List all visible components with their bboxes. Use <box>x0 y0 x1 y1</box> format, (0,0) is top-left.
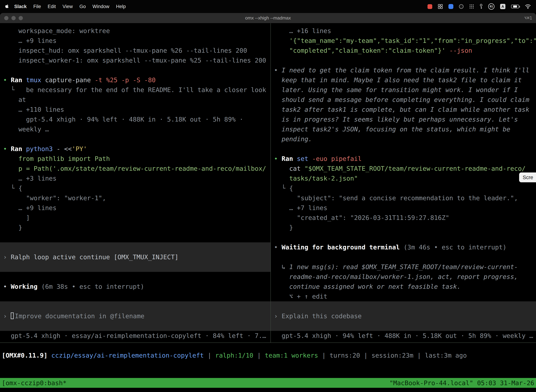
blank-line <box>274 144 533 154</box>
terminal-text: └ { <box>3 185 22 192</box>
terminal-text: } <box>3 224 22 231</box>
terminal-line: "worker": "worker-1", <box>3 193 267 203</box>
terminal-line: "subject": "send a concise recommendatio… <box>274 193 533 203</box>
terminal-line: • I need to get the claim token from the… <box>274 65 533 75</box>
injected-message-row[interactable]: › Ralph loop active continue [OMX_TMUX_I… <box>0 242 270 272</box>
battery-percentage-value: 61 <box>490 5 493 8</box>
grid-app-icon[interactable] <box>438 4 443 9</box>
screenshot-popup[interactable]: Scre <box>519 173 536 182</box>
terminal-text: gpt-5.4 xhigh · 94% left · 488K in · 5.1… <box>274 332 533 339</box>
prompt-input-left[interactable]: › Improve documentation in @filename <box>0 301 270 331</box>
blank-line <box>3 134 267 144</box>
terminal-line: "created_at": "2026-03-31T11:59:27.816Z" <box>274 213 533 223</box>
terminal-text: team:1 workers <box>265 352 318 359</box>
terminal-text: } <box>274 224 293 231</box>
terminal-text: at <box>3 96 26 103</box>
terminal-text: readme-and-reco/mailbox/worker-1.json, a… <box>274 273 518 280</box>
window-titlebar[interactable]: omx --xhigh --madmax ⌥⌘1 <box>0 13 536 23</box>
terminal-text: gpt-5.4 xhigh · essay/ai-reimplementatio… <box>3 332 266 339</box>
terminal-text: should send a message before completing … <box>274 96 529 103</box>
window-title: omx --xhigh --madmax <box>0 15 536 21</box>
menu-item-file[interactable]: File <box>30 4 44 9</box>
terminal-line: task2 after task1 is complete, but can I… <box>274 105 533 115</box>
terminal-line: • Ran python3 - <<'PY' <box>3 144 267 154</box>
apple-menu-icon[interactable] <box>5 4 9 9</box>
menu-status-icons: 61 A <box>427 3 532 10</box>
tmux-status-bar: [omx-cczip0:bash* "MacBook-Pro-44.local"… <box>0 378 536 388</box>
terminal-text: Explain this codebase <box>282 313 362 320</box>
terminal-line: • Working (6m 38s • esc to interrupt) <box>3 282 267 292</box>
terminal-line: inspect_worker-1: omx sparkshell --tmux-… <box>3 56 267 65</box>
terminal-text: Working <box>11 283 38 290</box>
menu-item-window[interactable]: Window <box>89 4 113 9</box>
terminal-text: "subject": "send a concise recommendatio… <box>274 194 518 202</box>
terminal-text: … +3 lines <box>3 175 57 182</box>
menu-app-name[interactable]: Slack <box>11 4 30 9</box>
menu-item-view[interactable]: View <box>59 4 76 9</box>
dots-grid-icon[interactable] <box>469 4 474 9</box>
terminal-line: continue assigned work or next feasible … <box>274 282 533 292</box>
screenshot-popup-label: Scre <box>523 175 533 180</box>
input-source-icon[interactable]: A <box>500 4 505 9</box>
blank-line <box>3 233 267 242</box>
terminal-line: cat "$OMX_TEAM_STATE_ROOT/team/review-cu… <box>274 164 533 173</box>
prompt-input-right[interactable]: › Explain this codebase <box>271 301 536 331</box>
terminal-line: should send a message before completing … <box>274 95 533 105</box>
terminal-line: inspect task2's JSON, focusing on the st… <box>274 124 533 134</box>
terminal-text: [OMX#0.11.9] <box>2 352 48 359</box>
battery-icon[interactable] <box>511 5 519 9</box>
terminal-text: › <box>274 313 282 320</box>
tmux-host-clock: "MacBook-Pro-44.local" 05:03 31-Mar-26 <box>389 379 534 387</box>
terminal-pane-bottom[interactable]: [OMX#0.11.9] cczip/essay/ai-reimplementa… <box>0 343 536 378</box>
terminal-pane-left[interactable]: workspace_mode: worktree … +9 lines insp… <box>0 23 270 342</box>
terminal-text: • <box>274 244 282 251</box>
terminal-line: inspect_hud: omx sparkshell --tmux-pane … <box>3 46 267 56</box>
terminal-line: … +16 lines <box>274 26 533 36</box>
terminal-line: weekly … <box>3 124 267 134</box>
terminal-text: p = Path('.omx/state/team/review-current… <box>3 165 266 172</box>
menu-item-go[interactable]: Go <box>76 4 89 9</box>
terminal-line: is in progress? It seems likely but perh… <box>274 115 533 124</box>
traffic-lights <box>0 16 23 20</box>
terminal-line: workspace_mode: worktree <box>3 26 267 36</box>
menu-item-help[interactable]: Help <box>113 4 129 9</box>
battery-percentage-icon[interactable]: 61 <box>488 3 494 10</box>
terminal-text <box>274 175 289 182</box>
terminal-text: ↳ 1 new msg(s): read $OMX_TEAM_STATE_ROO… <box>274 263 518 271</box>
key-icon[interactable] <box>480 4 483 9</box>
blue-app-icon[interactable] <box>448 4 453 9</box>
wifi-icon[interactable] <box>525 4 531 9</box>
terminal-text: › <box>3 313 11 320</box>
terminal-text: Ralph loop active continue [OMX_TMUX_INJ… <box>11 253 178 261</box>
terminal-text: - << <box>57 145 72 152</box>
terminal-pane-right[interactable]: … +16 lines '{"team_name":"my-team","tas… <box>271 23 536 342</box>
tmux-session-window[interactable]: [omx-cczip0:bash* <box>2 379 67 387</box>
terminal-text: Ran <box>11 76 26 84</box>
terminal-line: at <box>3 95 267 105</box>
close-button[interactable] <box>4 16 9 20</box>
terminal-text: "$OMX_TEAM_STATE_ROOT/team/review-curren… <box>304 165 526 172</box>
terminal-text: | <box>360 352 371 359</box>
terminal-text: capture-pane <box>45 76 95 84</box>
terminal-text: • <box>3 76 11 84</box>
minimize-button[interactable] <box>11 16 16 20</box>
terminal-text: "worker": "worker-1", <box>3 194 106 202</box>
terminal-text: -t %25 -p -S -80 <box>95 76 156 84</box>
terminal-text: workspace_mode: worktree <box>3 27 110 34</box>
screen-recording-indicator-icon[interactable] <box>427 4 432 9</box>
terminal-line: tasks/task-2.json" <box>274 173 533 183</box>
terminal-text: "created_at": "2026-03-31T11:59:27.816Z" <box>274 214 449 221</box>
terminal-text: '{"team_name":"my-team","task_id":"1","f… <box>274 37 536 44</box>
terminal-text: 'PY' <box>72 145 87 152</box>
terminal-text: • <box>3 145 11 152</box>
terminal-text: … +16 lines <box>274 27 331 34</box>
terminal-text: (6m 38s • esc to interrupt) <box>38 283 144 290</box>
terminal-text: tmux <box>26 76 45 84</box>
zoom-button[interactable] <box>19 16 23 20</box>
round-app-icon[interactable] <box>459 4 464 9</box>
model-status-left: gpt-5.4 xhigh · essay/ai-reimplementatio… <box>3 331 267 341</box>
window-shortcut-badge: ⌥⌘1 <box>524 15 532 21</box>
terminal-text: ralph:1/10 <box>215 352 254 359</box>
terminal-line: … +110 lines <box>3 105 267 115</box>
menu-item-edit[interactable]: Edit <box>44 4 59 9</box>
